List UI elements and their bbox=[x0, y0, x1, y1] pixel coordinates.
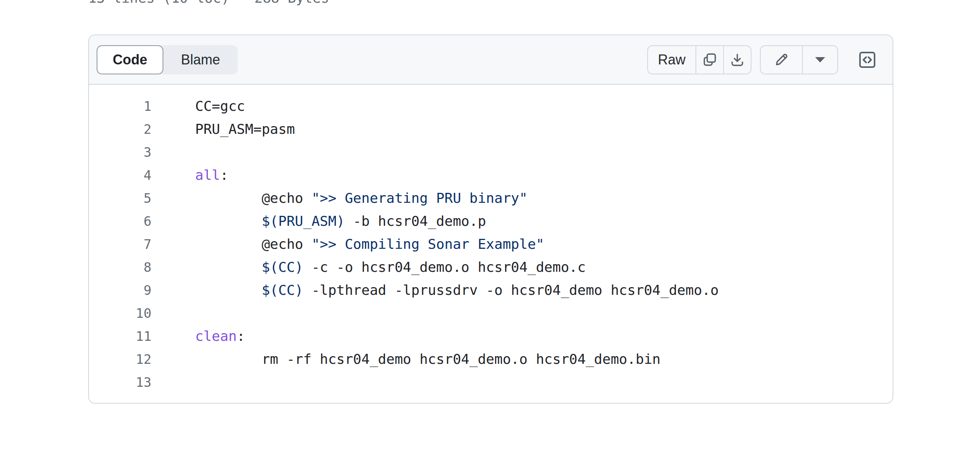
line-number[interactable]: 6 bbox=[89, 210, 151, 233]
code-token-target: clean bbox=[195, 328, 237, 344]
file-view-page: 13 lines (10 loc) · 288 Bytes Code Blame… bbox=[0, 0, 980, 452]
code-token-plain: -c -o hcsr04_demo.o hcsr04_demo.c bbox=[303, 259, 586, 275]
file-actions: Raw bbox=[647, 45, 885, 74]
code-line: 13 bbox=[89, 371, 893, 394]
line-number[interactable]: 3 bbox=[89, 141, 151, 164]
line-content: @echo ">> Compiling Sonar Example" bbox=[151, 233, 893, 256]
code-line: 12 rm -rf hcsr04_demo hcsr04_demo.o hcsr… bbox=[89, 348, 893, 371]
code-token-target: all bbox=[195, 167, 220, 183]
line-number[interactable]: 12 bbox=[89, 348, 151, 371]
download-button[interactable] bbox=[723, 46, 751, 74]
file-header: Code Blame Raw bbox=[89, 35, 893, 85]
code-line: 11clean: bbox=[89, 325, 893, 348]
line-content bbox=[151, 141, 893, 164]
line-number[interactable]: 2 bbox=[89, 118, 151, 141]
code-line: 2PRU_ASM=pasm bbox=[89, 118, 893, 141]
code-token-plain: CC=gcc bbox=[195, 98, 245, 114]
code-token-plain: @echo bbox=[195, 190, 311, 206]
code-file-container: Code Blame Raw bbox=[88, 35, 893, 404]
code-line: 8 $(CC) -c -o hcsr04_demo.o hcsr04_demo.… bbox=[89, 256, 893, 279]
code-line: 1CC=gcc bbox=[89, 95, 893, 118]
code-token-plain: -lpthread -lprussdrv -o hcsr04_demo hcsr… bbox=[303, 282, 719, 298]
download-icon bbox=[729, 51, 746, 68]
line-number[interactable]: 7 bbox=[89, 233, 151, 256]
symbols-panel-button[interactable] bbox=[853, 45, 882, 74]
code-lines: 1CC=gcc2PRU_ASM=pasm34all:5 @echo ">> Ge… bbox=[89, 95, 893, 394]
file-metadata: 13 lines (10 loc) · 288 Bytes bbox=[88, 0, 329, 6]
line-number[interactable]: 8 bbox=[89, 256, 151, 279]
line-content bbox=[151, 371, 893, 394]
line-content: $(CC) -c -o hcsr04_demo.o hcsr04_demo.c bbox=[151, 256, 893, 279]
code-line: 6 $(PRU_ASM) -b hcsr04_demo.p bbox=[89, 210, 893, 233]
code-token-plain: : bbox=[237, 328, 245, 344]
code-view: 1CC=gcc2PRU_ASM=pasm34all:5 @echo ">> Ge… bbox=[89, 85, 893, 394]
line-content: rm -rf hcsr04_demo hcsr04_demo.o hcsr04_… bbox=[151, 348, 893, 371]
code-token-plain: @echo bbox=[195, 236, 311, 252]
edit-dropdown-button[interactable] bbox=[802, 46, 837, 74]
code-token-variable: $(CC) bbox=[261, 259, 303, 275]
code-token-variable: $(CC) bbox=[261, 282, 303, 298]
triangle-down-icon bbox=[814, 56, 826, 63]
line-number[interactable]: 4 bbox=[89, 164, 151, 187]
tab-blame[interactable]: Blame bbox=[163, 45, 238, 74]
code-token-plain bbox=[195, 259, 261, 275]
line-content: $(PRU_ASM) -b hcsr04_demo.p bbox=[151, 210, 893, 233]
line-content: all: bbox=[151, 164, 893, 187]
copy-button[interactable] bbox=[696, 46, 723, 74]
code-blame-toggle: Code Blame bbox=[97, 45, 238, 74]
code-token-plain bbox=[195, 282, 261, 298]
raw-button-group: Raw bbox=[647, 45, 751, 74]
code-line: 10 bbox=[89, 302, 893, 325]
line-number[interactable]: 1 bbox=[89, 95, 151, 118]
code-symbols-icon bbox=[858, 50, 877, 69]
line-number[interactable]: 11 bbox=[89, 325, 151, 348]
line-number[interactable]: 5 bbox=[89, 187, 151, 210]
copy-icon bbox=[701, 51, 718, 68]
line-number[interactable]: 10 bbox=[89, 302, 151, 325]
code-line: 3 bbox=[89, 141, 893, 164]
code-line: 4all: bbox=[89, 164, 893, 187]
line-number[interactable]: 13 bbox=[89, 371, 151, 394]
code-token-string: ">> Generating PRU binary" bbox=[311, 190, 528, 206]
line-number[interactable]: 9 bbox=[89, 279, 151, 302]
code-token-plain: -b hcsr04_demo.p bbox=[345, 213, 486, 229]
edit-button[interactable] bbox=[761, 46, 802, 74]
line-content: clean: bbox=[151, 325, 893, 348]
code-token-plain: PRU_ASM=pasm bbox=[195, 121, 295, 137]
line-content: CC=gcc bbox=[151, 95, 893, 118]
code-token-plain: : bbox=[220, 167, 229, 183]
tab-code[interactable]: Code bbox=[97, 45, 163, 74]
pencil-icon bbox=[773, 51, 790, 68]
line-content: $(CC) -lpthread -lprussdrv -o hcsr04_dem… bbox=[151, 279, 893, 302]
raw-button[interactable]: Raw bbox=[648, 46, 696, 74]
line-content: @echo ">> Generating PRU binary" bbox=[151, 187, 893, 210]
code-line: 9 $(CC) -lpthread -lprussdrv -o hcsr04_d… bbox=[89, 279, 893, 302]
code-line: 7 @echo ">> Compiling Sonar Example" bbox=[89, 233, 893, 256]
code-token-plain: rm -rf hcsr04_demo hcsr04_demo.o hcsr04_… bbox=[195, 351, 661, 367]
code-line: 5 @echo ">> Generating PRU binary" bbox=[89, 187, 893, 210]
line-content: PRU_ASM=pasm bbox=[151, 118, 893, 141]
code-token-variable: $(PRU_ASM) bbox=[261, 213, 345, 229]
line-content bbox=[151, 302, 893, 325]
code-token-string: ">> Compiling Sonar Example" bbox=[311, 236, 544, 252]
code-token-plain bbox=[195, 213, 261, 229]
edit-button-group bbox=[760, 45, 838, 74]
